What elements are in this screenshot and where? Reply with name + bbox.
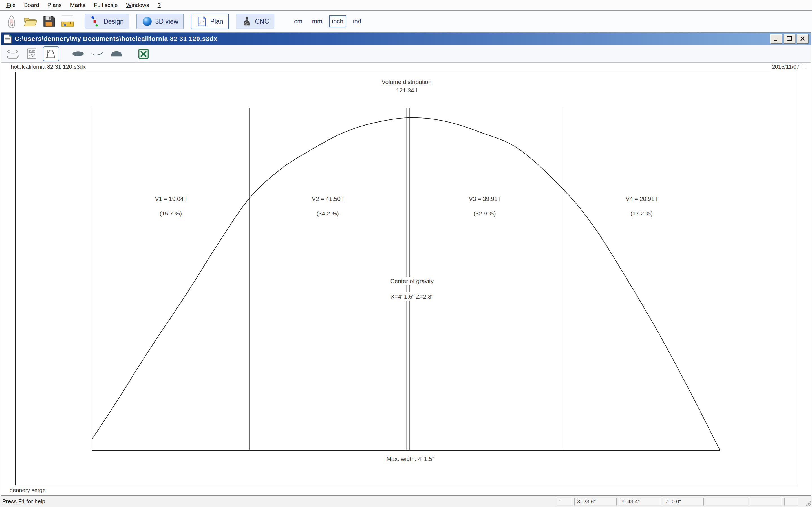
- volume-distribution-button[interactable]: [43, 47, 59, 61]
- document-filename: hotelcalifornia 82 31 120.s3dx: [11, 64, 86, 70]
- status-empty-cell-3: [784, 498, 799, 506]
- document-titlebar[interactable]: C:\users\dennery\My Documents\hotelcalif…: [1, 33, 811, 45]
- document-area: hotelcalifornia 82 31 120.s3dx 2015/11/0…: [1, 62, 811, 495]
- rocker-shape-button[interactable]: [89, 47, 105, 61]
- plan-button[interactable]: Plan: [191, 13, 229, 29]
- close-button[interactable]: [797, 34, 809, 44]
- section-shape-icon: [110, 48, 123, 59]
- status-z-cell: Z: 0.0": [663, 498, 704, 506]
- status-bar: Press F1 for help " X: 23.6" Y: 43.4" Z:…: [0, 496, 812, 507]
- status-help-text: Press F1 for help: [2, 498, 45, 505]
- menu-plans[interactable]: Plans: [43, 0, 66, 10]
- svg-text:Volume distribution: Volume distribution: [382, 78, 432, 85]
- svg-text:(15.7 %): (15.7 %): [160, 210, 182, 217]
- menu-file[interactable]: File: [2, 0, 20, 10]
- cnc-tool-icon: [241, 16, 252, 27]
- document-icon: [3, 34, 12, 44]
- author-label: dennery serge: [10, 487, 46, 494]
- document-date: 2015/11/07: [772, 64, 800, 70]
- board-outlines-icon: [6, 48, 19, 59]
- close-icon: [800, 36, 806, 42]
- svg-text:(17.2 %): (17.2 %): [630, 210, 653, 217]
- document-window: C:\users\dennery\My Documents\hotelcalif…: [1, 32, 811, 496]
- 3d-view-button-label: 3D view: [155, 18, 179, 25]
- plan-shape-icon: [71, 48, 85, 59]
- chart-canvas: Volume distribution121.34 lV1 = 19.04 l(…: [15, 72, 798, 485]
- svg-text:V2 = 41.50 l: V2 = 41.50 l: [312, 195, 343, 202]
- unit-inch[interactable]: inch: [329, 15, 346, 27]
- svg-text:Max. width: 4' 1.5": Max. width: 4' 1.5": [387, 455, 435, 462]
- svg-text:Center of gravity: Center of gravity: [390, 278, 434, 284]
- svg-text:V1 = 19.04 l: V1 = 19.04 l: [155, 195, 186, 202]
- svg-text:(34.2 %): (34.2 %): [317, 210, 339, 217]
- status-empty-cell-2: [750, 498, 782, 506]
- menu-board[interactable]: Board: [20, 0, 43, 10]
- volume-distribution-chart: Volume distribution121.34 lV1 = 19.04 l(…: [15, 72, 798, 485]
- rocker-shape-icon: [91, 48, 104, 59]
- cnc-button[interactable]: CNC: [236, 13, 274, 29]
- document-header: hotelcalifornia 82 31 120.s3dx 2015/11/0…: [1, 62, 811, 72]
- excel-icon: [137, 48, 150, 59]
- main-toolbar: Design 3D view Plan: [0, 11, 812, 32]
- 3d-sphere-icon: [142, 16, 153, 27]
- 3d-view-button[interactable]: 3D view: [137, 13, 184, 29]
- spec-sheet-button[interactable]: [24, 47, 40, 61]
- status-cells: " X: 23.6" Y: 43.4" Z: 0.0": [557, 498, 799, 506]
- status-unit-cell: ": [557, 498, 572, 506]
- minimize-icon: [773, 36, 779, 42]
- svg-text:(32.9 %): (32.9 %): [473, 210, 496, 217]
- document-title: C:\users\dennery\My Documents\hotelcalif…: [15, 35, 770, 43]
- unit-inf[interactable]: in/f: [350, 15, 364, 27]
- resize-grip[interactable]: [804, 499, 811, 506]
- design-button-label: Design: [103, 18, 124, 25]
- plan-button-label: Plan: [210, 18, 223, 25]
- svg-text:V4 = 20.91 l: V4 = 20.91 l: [626, 195, 657, 202]
- svg-text:X=4' 1.6" Z=2.3": X=4' 1.6" Z=2.3": [391, 293, 433, 300]
- menu-windows[interactable]: Windows: [122, 0, 153, 10]
- section-shape-button[interactable]: [108, 47, 124, 61]
- board-icon: [4, 14, 19, 29]
- save-button[interactable]: [40, 13, 57, 30]
- measure-button[interactable]: [59, 13, 76, 30]
- svg-text:V3 = 39.91 l: V3 = 39.91 l: [469, 195, 500, 202]
- minimize-button[interactable]: [770, 34, 782, 44]
- date-checkbox[interactable]: [802, 64, 806, 69]
- view-toolbar: [1, 45, 811, 62]
- status-empty-cell-1: [706, 498, 748, 506]
- new-board-button[interactable]: [3, 13, 20, 30]
- open-file-button[interactable]: [21, 13, 39, 30]
- window-controls: [770, 34, 809, 44]
- plan-shape-button[interactable]: [70, 47, 86, 61]
- svg-text:121.34 l: 121.34 l: [396, 87, 417, 94]
- ruler-icon: [60, 14, 75, 29]
- menu-help[interactable]: ?: [153, 0, 165, 10]
- menu-file-label: F: [6, 2, 10, 8]
- menu-full-scale[interactable]: Full scale: [90, 0, 122, 10]
- plan-document-icon: [197, 16, 207, 27]
- unit-selector: cm mm inch in/f: [291, 15, 364, 27]
- maximize-icon: [786, 36, 793, 42]
- design-button[interactable]: Design: [85, 13, 129, 29]
- cnc-button-label: CNC: [255, 18, 269, 25]
- spec-sheet-icon: [25, 48, 39, 59]
- open-folder-icon: [23, 14, 38, 29]
- status-y-cell: Y: 43.4": [619, 498, 661, 506]
- save-icon: [42, 14, 56, 29]
- unit-mm[interactable]: mm: [309, 15, 325, 27]
- unit-cm[interactable]: cm: [291, 15, 305, 27]
- menu-marks[interactable]: Marks: [66, 0, 90, 10]
- outline-views-button[interactable]: [4, 47, 21, 61]
- status-x-cell: X: 23.6": [574, 498, 617, 506]
- application-window: File Board Plans Marks Full scale Window…: [0, 0, 812, 507]
- volume-curve-icon: [44, 48, 58, 59]
- design-icon: [90, 16, 101, 27]
- excel-export-button[interactable]: [135, 47, 152, 61]
- menu-bar: File Board Plans Marks Full scale Window…: [0, 0, 812, 11]
- maximize-button[interactable]: [783, 34, 795, 44]
